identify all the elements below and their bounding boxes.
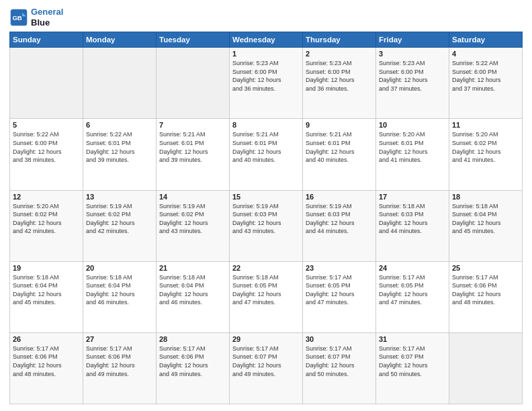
cell-content: Sunrise: 5:17 AM Sunset: 6:05 PM Dayligh… [306,273,373,307]
calendar-cell: 10Sunrise: 5:20 AM Sunset: 6:01 PM Dayli… [376,119,449,190]
calendar-cell: 29Sunrise: 5:17 AM Sunset: 6:07 PM Dayli… [230,332,303,404]
calendar-cell: 15Sunrise: 5:19 AM Sunset: 6:03 PM Dayli… [230,190,303,261]
cell-content: Sunrise: 5:17 AM Sunset: 6:05 PM Dayligh… [379,273,446,307]
cell-content: Sunrise: 5:22 AM Sunset: 6:00 PM Dayligh… [13,130,80,164]
day-number: 29 [232,335,300,343]
day-number: 3 [379,50,446,58]
calendar-cell: 28Sunrise: 5:17 AM Sunset: 6:06 PM Dayli… [157,332,230,404]
cell-content: Sunrise: 5:18 AM Sunset: 6:04 PM Dayligh… [159,273,226,307]
day-number: 17 [379,193,446,201]
calendar-cell: 2Sunrise: 5:23 AM Sunset: 6:00 PM Daylig… [303,48,376,119]
calendar-cell: 11Sunrise: 5:20 AM Sunset: 6:02 PM Dayli… [449,119,523,190]
calendar-cell: 13Sunrise: 5:19 AM Sunset: 6:02 PM Dayli… [83,190,157,261]
cell-content: Sunrise: 5:20 AM Sunset: 6:01 PM Dayligh… [379,130,446,164]
calendar-cell: 9Sunrise: 5:21 AM Sunset: 6:01 PM Daylig… [303,119,376,190]
day-number: 14 [159,193,226,201]
calendar-table: SundayMondayTuesdayWednesdayThursdayFrid… [9,32,523,404]
day-number: 9 [306,121,373,129]
page: GB General Blue SundayMondayTuesdayWedne… [0,0,532,411]
day-number: 12 [13,193,80,201]
calendar-cell: 30Sunrise: 5:17 AM Sunset: 6:07 PM Dayli… [303,332,376,404]
cell-content: Sunrise: 5:23 AM Sunset: 6:00 PM Dayligh… [379,59,446,93]
cell-content: Sunrise: 5:18 AM Sunset: 6:05 PM Dayligh… [232,273,300,307]
svg-text:GB: GB [12,13,21,21]
calendar-cell [10,48,83,119]
cell-content: Sunrise: 5:20 AM Sunset: 6:02 PM Dayligh… [452,130,519,164]
day-number: 1 [232,50,300,58]
cell-content: Sunrise: 5:17 AM Sunset: 6:07 PM Dayligh… [306,345,373,378]
cell-content: Sunrise: 5:22 AM Sunset: 6:01 PM Dayligh… [86,130,153,164]
calendar-cell: 4Sunrise: 5:22 AM Sunset: 6:00 PM Daylig… [449,48,523,119]
calendar-cell: 25Sunrise: 5:17 AM Sunset: 6:06 PM Dayli… [449,261,523,332]
calendar-cell: 16Sunrise: 5:19 AM Sunset: 6:03 PM Dayli… [303,190,376,261]
calendar-cell [157,48,230,119]
day-header-sunday: Sunday [10,32,83,48]
calendar-cell: 14Sunrise: 5:19 AM Sunset: 6:02 PM Dayli… [157,190,230,261]
cell-content: Sunrise: 5:17 AM Sunset: 6:07 PM Dayligh… [232,345,300,378]
week-row-3: 12Sunrise: 5:20 AM Sunset: 6:02 PM Dayli… [10,190,523,261]
day-number: 18 [452,193,519,201]
day-number: 10 [379,121,446,129]
day-number: 30 [306,335,373,343]
calendar-cell: 23Sunrise: 5:17 AM Sunset: 6:05 PM Dayli… [303,261,376,332]
cell-content: Sunrise: 5:22 AM Sunset: 6:00 PM Dayligh… [452,59,519,93]
day-number: 16 [306,193,373,201]
logo: GB General Blue [9,7,63,28]
day-number: 15 [232,193,300,201]
day-number: 23 [306,264,373,272]
calendar-cell: 20Sunrise: 5:18 AM Sunset: 6:04 PM Dayli… [83,261,157,332]
calendar-cell: 6Sunrise: 5:22 AM Sunset: 6:01 PM Daylig… [83,119,157,190]
day-number: 2 [306,50,373,58]
calendar-cell: 1Sunrise: 5:23 AM Sunset: 6:00 PM Daylig… [230,48,303,119]
calendar-cell: 27Sunrise: 5:17 AM Sunset: 6:06 PM Dayli… [83,332,157,404]
calendar-cell: 5Sunrise: 5:22 AM Sunset: 6:00 PM Daylig… [10,119,83,190]
cell-content: Sunrise: 5:18 AM Sunset: 6:03 PM Dayligh… [379,202,446,236]
day-number: 7 [159,121,226,129]
calendar-cell: 12Sunrise: 5:20 AM Sunset: 6:02 PM Dayli… [10,190,83,261]
logo-icon: GB [9,8,28,27]
calendar-cell: 3Sunrise: 5:23 AM Sunset: 6:00 PM Daylig… [376,48,449,119]
cell-content: Sunrise: 5:18 AM Sunset: 6:04 PM Dayligh… [452,202,519,236]
calendar-cell [449,332,523,404]
day-header-wednesday: Wednesday [230,32,303,48]
calendar-cell: 19Sunrise: 5:18 AM Sunset: 6:04 PM Dayli… [10,261,83,332]
cell-content: Sunrise: 5:21 AM Sunset: 6:01 PM Dayligh… [306,130,373,164]
day-number: 21 [159,264,226,272]
day-number: 6 [86,121,153,129]
calendar-cell: 8Sunrise: 5:21 AM Sunset: 6:01 PM Daylig… [230,119,303,190]
day-number: 31 [379,335,446,343]
day-header-row: SundayMondayTuesdayWednesdayThursdayFrid… [10,32,523,48]
week-row-4: 19Sunrise: 5:18 AM Sunset: 6:04 PM Dayli… [10,261,523,332]
day-number: 8 [232,121,300,129]
cell-content: Sunrise: 5:19 AM Sunset: 6:02 PM Dayligh… [86,202,153,236]
calendar-cell: 21Sunrise: 5:18 AM Sunset: 6:04 PM Dayli… [157,261,230,332]
day-header-saturday: Saturday [449,32,523,48]
day-number: 19 [13,264,80,272]
calendar-cell [83,48,157,119]
cell-content: Sunrise: 5:23 AM Sunset: 6:00 PM Dayligh… [232,59,300,93]
day-number: 20 [86,264,153,272]
day-number: 22 [232,264,300,272]
cell-content: Sunrise: 5:17 AM Sunset: 6:06 PM Dayligh… [13,345,80,378]
header: GB General Blue [9,7,523,28]
day-number: 13 [86,193,153,201]
calendar-cell: 26Sunrise: 5:17 AM Sunset: 6:06 PM Dayli… [10,332,83,404]
day-header-tuesday: Tuesday [157,32,230,48]
cell-content: Sunrise: 5:17 AM Sunset: 6:06 PM Dayligh… [159,345,226,378]
calendar-cell: 7Sunrise: 5:21 AM Sunset: 6:01 PM Daylig… [157,119,230,190]
cell-content: Sunrise: 5:19 AM Sunset: 6:03 PM Dayligh… [306,202,373,236]
cell-content: Sunrise: 5:23 AM Sunset: 6:00 PM Dayligh… [306,59,373,93]
week-row-5: 26Sunrise: 5:17 AM Sunset: 6:06 PM Dayli… [10,332,523,404]
cell-content: Sunrise: 5:21 AM Sunset: 6:01 PM Dayligh… [159,130,226,164]
cell-content: Sunrise: 5:20 AM Sunset: 6:02 PM Dayligh… [13,202,80,236]
logo-line2: Blue [31,17,63,28]
logo-line1: General [31,7,63,17]
cell-content: Sunrise: 5:19 AM Sunset: 6:02 PM Dayligh… [159,202,226,236]
day-number: 26 [13,335,80,343]
day-number: 25 [452,264,519,272]
day-header-thursday: Thursday [303,32,376,48]
calendar-cell: 17Sunrise: 5:18 AM Sunset: 6:03 PM Dayli… [376,190,449,261]
calendar-cell: 22Sunrise: 5:18 AM Sunset: 6:05 PM Dayli… [230,261,303,332]
day-header-friday: Friday [376,32,449,48]
cell-content: Sunrise: 5:17 AM Sunset: 6:07 PM Dayligh… [379,345,446,378]
